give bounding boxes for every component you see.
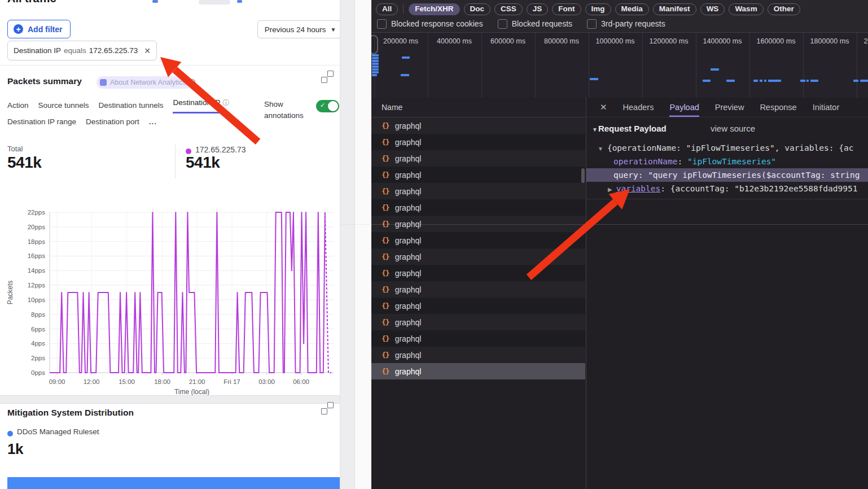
collapse-icon[interactable]: ▼: [598, 146, 603, 152]
json-braces-icon: {}: [382, 138, 389, 146]
timeline-time-label: 1800000 ms: [810, 37, 849, 45]
request-name: graphql: [395, 236, 422, 245]
name-column-header[interactable]: Name: [371, 98, 585, 117]
tab-destination-ip-range[interactable]: Destination IP range: [7, 117, 76, 130]
time-range-dropdown[interactable]: Previous 24 hours ▼: [257, 20, 343, 38]
payload-colon: :: [678, 157, 687, 166]
timeline-edge-fragment: [371, 35, 378, 54]
detail-tabbar: ✕ HeadersPayloadPreviewResponseInitiator: [586, 98, 868, 117]
checkbox-blocked-response-cookies[interactable]: Blocked response cookies: [377, 19, 483, 29]
request-name: graphql: [395, 367, 422, 376]
close-details-icon[interactable]: ✕: [600, 102, 607, 112]
more-tabs-icon[interactable]: ...: [149, 117, 157, 130]
tab-source-tunnels[interactable]: Source tunnels: [38, 101, 89, 113]
request-row[interactable]: {}graphql: [371, 199, 585, 216]
filter-pill-doc[interactable]: Doc: [464, 3, 491, 15]
request-timing-marker: [853, 80, 858, 82]
about-network-analytics-badge[interactable]: About Network Analytics: [97, 76, 192, 89]
svg-text:12:00: 12:00: [84, 378, 100, 385]
scroll-gutter[interactable]: [354, 0, 372, 489]
checkbox-box[interactable]: [377, 19, 387, 29]
detail-tab-payload[interactable]: Payload: [669, 98, 699, 117]
checkbox-box[interactable]: [498, 19, 507, 29]
add-filter-button[interactable]: + Add filter: [7, 20, 71, 38]
packets-summary-title: Packets summary: [7, 76, 82, 86]
detail-tab-response[interactable]: Response: [760, 98, 796, 117]
request-row[interactable]: {}graphql: [371, 167, 585, 183]
payload-row[interactable]: ▼{operationName: "ipFlowTimeseries", var…: [586, 141, 868, 155]
svg-text:16pps: 16pps: [28, 252, 46, 259]
request-list-panel: Name {}graphql{}graphql{}graphql{}graphq…: [371, 98, 585, 489]
detail-tab-initiator[interactable]: Initiator: [813, 98, 840, 117]
remove-filter-icon[interactable]: ✕: [144, 46, 151, 55]
detail-tab-preview[interactable]: Preview: [715, 98, 744, 117]
checkbox-label: Blocked requests: [512, 19, 572, 28]
request-row[interactable]: {}graphql: [371, 117, 585, 134]
request-row[interactable]: {}graphql: [371, 150, 585, 167]
checkbox-box[interactable]: [587, 19, 597, 29]
request-row[interactable]: {}graphql: [371, 265, 585, 281]
request-payload-header: ▼Request Payload view source: [592, 124, 667, 133]
filter-pill-font[interactable]: Font: [552, 3, 581, 15]
request-timing-marker: [760, 80, 762, 82]
payload-row[interactable]: query: "query ipFlowTimeseries($accountT…: [586, 168, 868, 182]
request-row[interactable]: {}graphql: [371, 330, 585, 347]
request-row[interactable]: {}graphql: [371, 134, 585, 150]
tab-destination-ip[interactable]: Destination IPⓘ: [173, 98, 229, 113]
filter-pill-media[interactable]: Media: [615, 3, 649, 15]
tab-destination-tunnels[interactable]: Destination tunnels: [99, 101, 164, 113]
request-row[interactable]: {}graphql: [371, 347, 585, 363]
filter-pill-wasm[interactable]: Wasm: [729, 3, 763, 15]
svg-text:03:00: 03:00: [258, 378, 275, 385]
timeline-gridline: [857, 33, 857, 98]
filter-pill-css[interactable]: CSS: [494, 3, 523, 15]
request-name: graphql: [395, 252, 422, 261]
request-timing-marker: [372, 66, 379, 68]
tab-action[interactable]: Action: [7, 101, 29, 113]
mitigation-bar: [7, 477, 343, 489]
request-row[interactable]: {}graphql: [371, 363, 585, 379]
request-row[interactable]: {}graphql: [371, 248, 585, 265]
plus-icon: +: [14, 24, 23, 34]
svg-text:22pps: 22pps: [28, 209, 46, 216]
filter-pill-img[interactable]: Img: [585, 3, 611, 15]
detail-tabs: HeadersPayloadPreviewResponseInitiator: [623, 98, 840, 117]
checkbox-3rd-party-requests[interactable]: 3rd-party requests: [587, 19, 665, 29]
request-timing-marker: [764, 80, 766, 82]
add-filter-label: Add filter: [28, 25, 62, 34]
json-braces-icon: {}: [382, 154, 389, 163]
expand-icon[interactable]: ▶: [608, 186, 612, 193]
detail-tab-headers[interactable]: Headers: [623, 98, 654, 117]
network-overview-timeline[interactable]: 200000 ms400000 ms600000 ms800000 ms1000…: [371, 33, 868, 98]
json-braces-icon: {}: [382, 334, 389, 343]
filter-pill-fetch-xhr[interactable]: Fetch/XHR: [409, 3, 459, 15]
filter-pill-manifest[interactable]: Manifest: [653, 3, 696, 15]
request-row[interactable]: {}graphql: [371, 314, 585, 330]
request-name: graphql: [395, 203, 422, 212]
filter-pill-js[interactable]: JS: [527, 3, 549, 15]
view-source-link[interactable]: view source: [711, 124, 755, 133]
checkbox-blocked-requests[interactable]: Blocked requests: [498, 19, 572, 29]
filter-chip[interactable]: Destination IP equals 172.65.225.73 ✕: [7, 41, 157, 60]
request-timing-marker: [590, 78, 598, 80]
request-row[interactable]: {}graphql: [371, 298, 585, 314]
json-braces-icon: {}: [382, 187, 389, 195]
request-row[interactable]: {}graphql: [371, 232, 585, 248]
payload-row[interactable]: ▶variables: {accountTag: "b12e3b2192ee55…: [586, 182, 868, 195]
show-annotations-toggle[interactable]: ✓: [316, 100, 339, 112]
scrollbar-thumb[interactable]: [581, 168, 585, 183]
clipped-header-fragment: [152, 0, 158, 3]
timeline-time-label: 2000000 ms: [864, 37, 868, 45]
request-row[interactable]: {}graphql: [371, 183, 585, 199]
timeline-time-label: 400000 ms: [437, 37, 472, 45]
filter-pill-other[interactable]: Other: [768, 3, 800, 15]
request-timing-marker: [711, 68, 719, 71]
svg-text:0pps: 0pps: [31, 369, 45, 376]
timeline-gridline: [481, 33, 482, 98]
tab-destination-port[interactable]: Destination port: [86, 117, 139, 130]
request-row[interactable]: {}graphql: [371, 281, 585, 298]
svg-text:10pps: 10pps: [28, 296, 46, 303]
payload-row[interactable]: operationName: "ipFlowTimeseries": [586, 155, 868, 168]
filter-pill-all[interactable]: All: [376, 3, 398, 15]
filter-pill-ws[interactable]: WS: [700, 3, 725, 15]
